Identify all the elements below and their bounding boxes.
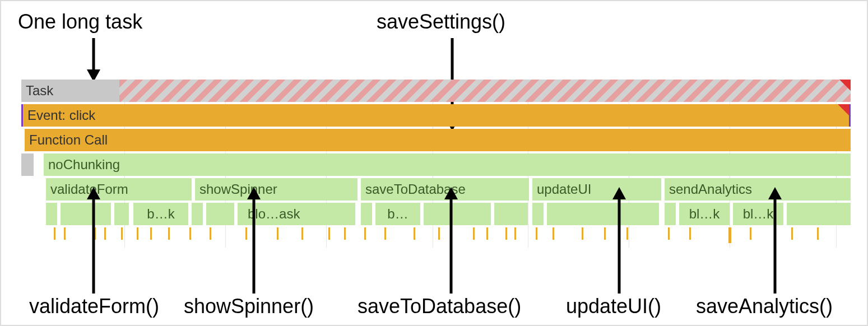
block-bar: [206, 203, 234, 225]
annotation-saveanalytics: saveAnalytics(): [696, 295, 833, 318]
arrow-up-icon: [767, 187, 789, 294]
annotation-save-settings: saveSettings(): [377, 10, 505, 34]
grey-chip: [21, 153, 34, 176]
arrow-down-icon: [85, 38, 108, 83]
annotation-showspinner: showSpinner(): [184, 295, 314, 318]
task-bar-blocking: [119, 80, 851, 102]
ticks-row: [21, 227, 851, 244]
arrow-up-icon: [85, 187, 108, 294]
flame-chart: Task Event: click Function Call noChunki…: [21, 80, 851, 244]
showspinner-bar: showSpinner: [195, 178, 358, 201]
functions-row: validateForm showSpinner saveToDatabase …: [21, 178, 851, 201]
block-bar: [46, 203, 57, 225]
block-bar: [361, 203, 372, 225]
annotation-long-task: One long task: [18, 10, 142, 34]
task-bar-label: Task: [21, 80, 119, 102]
arrow-up-icon: [611, 187, 633, 294]
block-bar: [114, 203, 129, 225]
annotation-savetodatabase: saveToDatabase(): [358, 295, 521, 318]
block-bar: [547, 203, 659, 225]
blocks-row: b…k blo…ask b… bl…k bl…k: [21, 203, 851, 225]
nochunking-bar: noChunking: [44, 153, 851, 176]
block-bar: [192, 203, 203, 225]
block-bar: bl…k: [679, 203, 730, 225]
nochunking-row: noChunking: [21, 153, 851, 176]
event-click-bar: Event: click: [21, 104, 851, 127]
block-bar: b…k: [133, 203, 188, 225]
sendanalytics-bar: sendAnalytics: [665, 178, 851, 201]
annotation-validateform: validateForm(): [29, 295, 159, 318]
task-row: Task: [21, 80, 851, 102]
validateform-bar: validateForm: [46, 178, 192, 201]
function-call-row: Function Call: [21, 129, 851, 151]
block-bar: b…: [375, 203, 420, 225]
event-row: Event: click: [21, 104, 851, 127]
function-call-bar: Function Call: [25, 129, 851, 151]
diagram-frame: One long task saveSettings() Task Event:…: [0, 0, 868, 326]
block-bar: [787, 203, 851, 225]
arrow-up-icon: [443, 187, 465, 294]
updateui-bar: updateUI: [532, 178, 661, 201]
block-bar: [665, 203, 676, 225]
block-bar: [494, 203, 528, 225]
annotation-updateui: updateUI(): [566, 295, 661, 318]
block-bar: [532, 203, 544, 225]
arrow-up-icon: [245, 187, 268, 294]
